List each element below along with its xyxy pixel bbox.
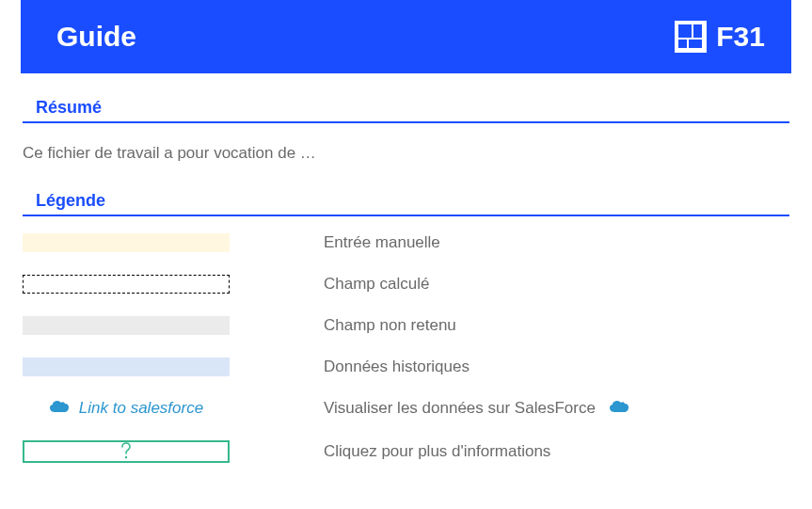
intro-text: Ce fichier de travail a pour vocation de…: [23, 144, 812, 163]
logo-text: F31: [716, 21, 765, 53]
legend-label-text: Visualiser les données sur SalesForce: [324, 399, 596, 418]
logo-icon: [675, 21, 707, 53]
legend-row-manual: Entrée manuelle: [23, 233, 789, 252]
legend-row-help: Cliquez pour plus d'informations: [23, 440, 789, 463]
legend-row-calculated: Champ calculé: [23, 275, 789, 294]
svg-point-5: [125, 455, 127, 457]
swatch-cell: [23, 358, 230, 376]
page-title: Guide: [56, 21, 136, 53]
section-heading-summary: Résumé: [23, 90, 789, 123]
swatch-calculated: [23, 275, 230, 294]
legend-label: Cliquez pour plus d'informations: [324, 442, 550, 461]
svg-rect-3: [689, 40, 702, 48]
swatch-manual: [23, 233, 230, 252]
cloud-icon: [609, 399, 629, 418]
legend-label: Entrée manuelle: [324, 233, 440, 252]
legend-row-salesforce: Link to salesforce Visualiser les donnée…: [23, 399, 789, 418]
legend-label: Champ calculé: [324, 275, 429, 294]
header: Guide F31: [21, 0, 791, 73]
legend-label: Données historiques: [324, 358, 470, 376]
help-button[interactable]: [23, 440, 230, 463]
swatch-non-retained: [23, 316, 230, 335]
swatch-historical: [23, 358, 230, 376]
swatch-cell: [23, 233, 230, 252]
cloud-icon: [49, 399, 70, 418]
help-icon: [120, 442, 132, 462]
swatch-cell: [23, 440, 230, 463]
salesforce-link-text: Link to salesforce: [79, 399, 203, 418]
logo: F31: [675, 21, 765, 53]
swatch-cell: Link to salesforce: [23, 399, 230, 418]
legend-row-historical: Données historiques: [23, 358, 789, 376]
section-heading-legend: Légende: [23, 183, 789, 216]
legend-label: Champ non retenu: [324, 316, 456, 335]
legend-row-nonretained: Champ non retenu: [23, 316, 789, 335]
legend-label: Visualiser les données sur SalesForce: [324, 399, 629, 418]
swatch-cell: [23, 316, 230, 335]
legend: Entrée manuelle Champ calculé Champ non …: [23, 233, 789, 463]
svg-rect-1: [678, 24, 692, 38]
salesforce-link[interactable]: Link to salesforce: [23, 399, 230, 418]
svg-rect-2: [678, 40, 687, 48]
swatch-cell: [23, 275, 230, 294]
svg-rect-4: [693, 24, 702, 38]
